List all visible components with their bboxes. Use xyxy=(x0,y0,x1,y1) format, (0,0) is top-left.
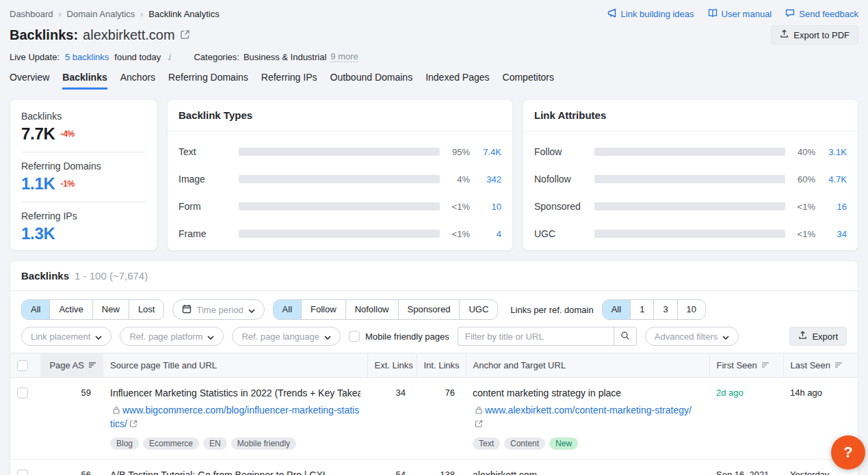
stat-backlinks-label: Backlinks xyxy=(21,111,146,122)
column-ext-links[interactable]: Ext. Links xyxy=(375,360,413,370)
bar-percent: <1% xyxy=(785,202,815,212)
ext-links-value: 54 xyxy=(367,459,417,475)
tab-outbound-domains[interactable]: Outbound Domains xyxy=(330,72,413,90)
breadcrumb: Dashboard › Domain Analytics › Backlink … xyxy=(10,9,220,19)
column-page-as[interactable]: Page AS xyxy=(49,360,96,370)
scope-all-button[interactable]: All xyxy=(22,300,49,319)
help-button[interactable]: ? xyxy=(831,435,865,470)
target-url-link[interactable]: www.alexbirkett.com/content-marketing-st… xyxy=(473,403,702,431)
bar-count-link[interactable]: 16 xyxy=(815,202,847,212)
tag-mobile-friendly: Mobile friendly xyxy=(231,437,296,450)
external-link-icon[interactable] xyxy=(180,27,190,43)
first-seen-value: Sep 16, 2021 xyxy=(709,459,783,475)
lpd-1-button[interactable]: 1 xyxy=(630,300,653,319)
bar-count-link[interactable]: 342 xyxy=(470,174,501,185)
live-update-backlinks-link[interactable]: 5 backlinks xyxy=(65,52,109,62)
stat-referring-ips-value[interactable]: 1.3K xyxy=(21,224,55,243)
column-int-links[interactable]: Int. Links xyxy=(424,360,460,370)
scope-lost-button[interactable]: Lost xyxy=(129,300,164,319)
tag-blog: Blog xyxy=(110,437,139,450)
bar-count-link[interactable]: 34 xyxy=(815,229,847,239)
time-period-dropdown[interactable]: Time period xyxy=(172,299,264,320)
info-icon[interactable]: i xyxy=(166,52,172,62)
bar-percent: 4% xyxy=(440,174,470,185)
search-button[interactable] xyxy=(614,327,637,346)
external-link-icon xyxy=(475,420,483,428)
mobile-friendly-checkbox[interactable] xyxy=(349,331,360,342)
tag-language: EN xyxy=(203,437,227,450)
user-manual-link[interactable]: User manual xyxy=(708,8,772,20)
ref-page-language-dropdown[interactable]: Ref. page language xyxy=(232,327,340,346)
breadcrumb-domain-analytics[interactable]: Domain Analytics xyxy=(67,9,135,19)
attr-nofollow-button[interactable]: Nofollow xyxy=(345,300,398,319)
export-to-pdf-label: Export to PDF xyxy=(793,30,850,40)
tag-content: Content xyxy=(504,437,545,450)
category-value: Business & Industrial xyxy=(244,52,326,62)
table-row: 59 Influencer Marketing Statistics in 20… xyxy=(10,378,858,460)
bar-track xyxy=(594,202,785,211)
tab-referring-ips[interactable]: Referring IPs xyxy=(261,72,317,90)
export-button[interactable]: Export xyxy=(789,327,847,346)
column-page-as-label: Page AS xyxy=(49,360,84,370)
tab-competitors[interactable]: Competitors xyxy=(503,72,554,90)
column-anchor[interactable]: Anchor and Target URL xyxy=(473,360,566,370)
ref-page-platform-label: Ref. page platform xyxy=(129,331,202,342)
source-url-link[interactable]: www.bigcommerce.com/blog/influencer-mark… xyxy=(110,403,360,431)
send-feedback-link[interactable]: Send feedback xyxy=(785,8,858,20)
lpd-10-button[interactable]: 10 xyxy=(677,300,705,319)
tab-anchors[interactable]: Anchors xyxy=(120,72,155,90)
stat-referring-domains-label: Referring Domains xyxy=(21,161,146,172)
bar-row-image: Image 4% 342 xyxy=(179,174,501,185)
tab-backlinks[interactable]: Backlinks xyxy=(62,72,107,90)
link-building-ideas-label: Link building ideas xyxy=(621,9,694,19)
attr-follow-button[interactable]: Follow xyxy=(301,300,345,319)
row-checkbox[interactable] xyxy=(17,388,28,398)
search-input[interactable] xyxy=(458,327,614,346)
ref-page-platform-dropdown[interactable]: Ref. page platform xyxy=(120,327,224,346)
backlinks-section-header: Backlinks 1 - 100 (~7,674) xyxy=(10,261,858,291)
tab-indexed-pages[interactable]: Indexed Pages xyxy=(425,72,489,90)
source-url-text: www.bigcommerce.com/blog/influencer-mark… xyxy=(110,405,359,429)
backlinks-section-title: Backlinks xyxy=(21,270,69,282)
stat-referring-domains-value[interactable]: 1.1K xyxy=(21,174,55,193)
bar-track xyxy=(239,175,440,183)
bar-label: Text xyxy=(179,146,239,157)
scope-new-button[interactable]: New xyxy=(92,300,129,319)
mobile-friendly-checkbox-row[interactable]: Mobile friendly pages xyxy=(349,331,449,342)
lpd-all-button[interactable]: All xyxy=(603,300,630,319)
bar-count-link[interactable]: 4 xyxy=(470,229,501,239)
link-placement-dropdown[interactable]: Link placement xyxy=(21,327,111,346)
target-url-text: www.alexbirkett.com/content-marketing-st… xyxy=(485,405,692,416)
lock-icon xyxy=(475,406,483,414)
lpd-3-button[interactable]: 3 xyxy=(653,300,676,319)
categories-more-link[interactable]: 9 more xyxy=(330,51,358,62)
scope-active-button[interactable]: Active xyxy=(49,300,92,319)
breadcrumb-dashboard[interactable]: Dashboard xyxy=(10,9,53,19)
tab-overview[interactable]: Overview xyxy=(10,72,49,90)
attr-sponsored-button[interactable]: Sponsored xyxy=(398,300,460,319)
tab-referring-domains[interactable]: Referring Domains xyxy=(168,72,248,90)
int-links-value: 138 xyxy=(417,459,466,475)
column-first-seen[interactable]: First Seen xyxy=(717,360,770,370)
link-building-ideas-link[interactable]: Link building ideas xyxy=(607,8,694,20)
advanced-filters-dropdown[interactable]: Advanced filters xyxy=(645,327,739,346)
column-last-seen[interactable]: Last Seen xyxy=(791,360,843,370)
select-all-checkbox[interactable] xyxy=(17,360,28,371)
bar-count-link[interactable]: 7.4K xyxy=(470,147,501,157)
tag-new: New xyxy=(549,437,578,450)
bar-count-link[interactable]: 10 xyxy=(470,202,501,212)
bar-count-link[interactable]: 3.1K xyxy=(815,147,847,157)
bar-row-sponsored: Sponsored <1% 16 xyxy=(534,201,847,212)
breadcrumb-backlink-analytics[interactable]: Backlink Analytics xyxy=(148,9,219,19)
column-source[interactable]: Source page Title and URL xyxy=(110,360,217,370)
stat-backlinks-change: -4% xyxy=(61,129,75,139)
link-attributes-title: Link Attributes xyxy=(523,100,858,131)
row-checkbox[interactable] xyxy=(17,470,28,475)
attr-all-button[interactable]: All xyxy=(274,300,301,319)
attr-ugc-button[interactable]: UGC xyxy=(459,300,497,319)
live-update-suffix: found today xyxy=(114,52,161,62)
backlinks-table-card: Backlinks 1 - 100 (~7,674) All Active Ne… xyxy=(10,260,858,475)
bar-count-link[interactable]: 4.7K xyxy=(815,174,847,185)
export-to-pdf-button[interactable]: Export to PDF xyxy=(771,25,858,44)
bar-label: UGC xyxy=(534,228,594,239)
